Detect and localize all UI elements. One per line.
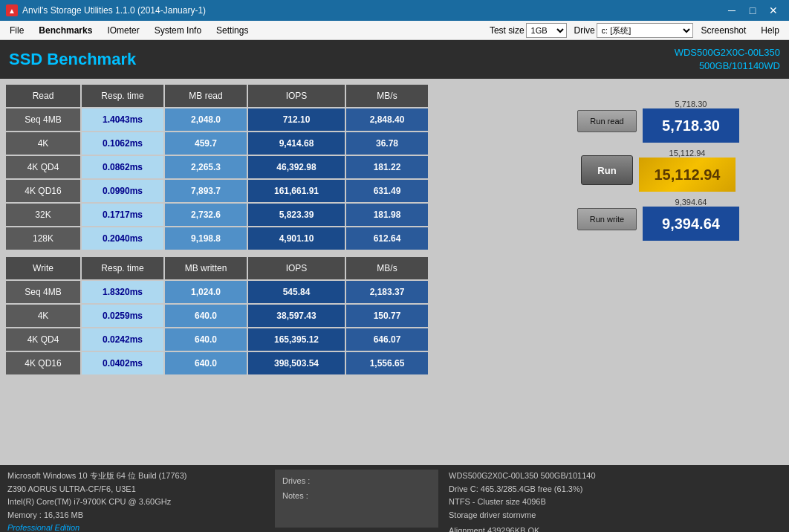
status-bar: Microsoft Windows 10 专业版 64 位 Build (177… xyxy=(0,465,789,532)
read-row-2-mb: 2,265.3 xyxy=(165,156,247,178)
sys-info-2: Intel(R) Core(TM) i7-9700K CPU @ 3.60GHz xyxy=(7,496,267,509)
write-row-3-iops: 398,503.54 xyxy=(248,352,345,374)
menu-benchmarks[interactable]: Benchmarks xyxy=(32,23,99,38)
app-benchmark-title: SSD Benchmark xyxy=(9,50,136,69)
testsize-select[interactable]: 1GB 512MB 100MB xyxy=(526,23,567,38)
write-row-0-iops: 545.84 xyxy=(248,281,345,303)
status-mid: Drives : Notes : xyxy=(275,470,438,528)
drive-info-3: Storage driver stornvme xyxy=(449,509,782,522)
read-section: Read Resp. time MB read IOPS MB/s Seq 4M… xyxy=(6,85,526,250)
write-row-0-mb: 1,024.0 xyxy=(165,281,247,303)
write-mb-header: MB written xyxy=(165,257,247,279)
menu-file[interactable]: File xyxy=(3,23,30,38)
read-row-1-mbs: 36.78 xyxy=(346,132,428,155)
write-resp-header: Resp. time xyxy=(82,257,163,279)
read-row-0-mb: 2,048.0 xyxy=(165,108,247,131)
write-row-3-label: 4K QD16 xyxy=(6,352,80,374)
testsize-label: Test size xyxy=(490,25,525,36)
drive-info-1: Drive C: 465.3/285.4GB free (61.3%) xyxy=(449,483,782,496)
drive-capacity: 500GB/101140WD xyxy=(675,59,780,73)
read-iops-header: IOPS xyxy=(248,85,345,107)
maximize-button[interactable]: □ xyxy=(743,4,762,17)
read-row-0-resp: 1.4043ms xyxy=(82,108,163,131)
write-score-value: 9,394.64 xyxy=(643,207,739,241)
benchmark-table: Read Resp. time MB read IOPS MB/s Seq 4M… xyxy=(6,85,526,459)
right-panel: Run read 5,718.30 5,718.30 Run 15,112.94… xyxy=(533,85,783,459)
total-score-row: Run 15,112.94 15,112.94 xyxy=(581,149,736,192)
write-row-3-mb: 640.0 xyxy=(165,352,247,374)
minimize-button[interactable]: ─ xyxy=(722,4,741,17)
menu-help[interactable]: Help xyxy=(754,23,786,38)
menu-bar: File Benchmarks IOmeter System Info Sett… xyxy=(0,21,789,40)
drives-label: Drives : xyxy=(282,474,431,489)
drive-info-0: WDS500G2X0C-00L350 500GB/101140 xyxy=(449,470,782,483)
menu-iometer[interactable]: IOmeter xyxy=(100,23,146,38)
write-row-2-iops: 165,395.12 xyxy=(248,328,345,351)
close-button[interactable]: ✕ xyxy=(764,4,783,17)
read-row-3-iops: 161,661.91 xyxy=(248,180,345,202)
read-row-2-resp: 0.0862ms xyxy=(82,156,163,178)
read-row-4-iops: 5,823.39 xyxy=(248,204,345,226)
read-row-1-label: 4K xyxy=(6,132,80,155)
write-row-1-mbs: 150.77 xyxy=(346,305,428,327)
read-row-5-iops: 4,901.10 xyxy=(248,227,345,250)
app-title: Anvil's Storage Utilities 1.1.0 (2014-Ja… xyxy=(22,5,206,16)
read-row-5-mbs: 612.64 xyxy=(346,227,428,250)
read-row-2-iops: 46,392.98 xyxy=(248,156,345,178)
read-header: Read xyxy=(6,85,80,107)
read-score-block: 5,718.30 5,718.30 xyxy=(643,100,739,143)
sys-info-0: Microsoft Windows 10 专业版 64 位 Build (177… xyxy=(7,470,267,483)
notes-label: Notes : xyxy=(282,489,431,504)
read-row-1-iops: 9,414.68 xyxy=(248,132,345,155)
write-row-0-mbs: 2,183.37 xyxy=(346,281,428,303)
read-row-3-mb: 7,893.7 xyxy=(165,180,247,202)
read-row-3-resp: 0.0990ms xyxy=(82,180,163,202)
read-row-4-mb: 2,732.6 xyxy=(165,204,247,226)
status-right: WDS500G2X0C-00L350 500GB/101140 Drive C:… xyxy=(446,470,782,528)
run-button[interactable]: Run xyxy=(581,155,633,185)
read-row-5-mb: 9,198.8 xyxy=(165,227,247,250)
write-row-2-resp: 0.0242ms xyxy=(82,328,163,351)
drive-info: WDS500G2X0C-00L350 500GB/101140WD xyxy=(675,46,780,73)
menu-screenshot[interactable]: Screenshot xyxy=(695,23,753,38)
read-row-0-mbs: 2,848.40 xyxy=(346,108,428,131)
read-row-4-mbs: 181.98 xyxy=(346,204,428,226)
write-row-0-label: Seq 4MB xyxy=(6,281,80,303)
write-row-1-mb: 640.0 xyxy=(165,305,247,327)
write-row-1-resp: 0.0259ms xyxy=(82,305,163,327)
read-row-0-iops: 712.10 xyxy=(248,108,345,131)
drive-select[interactable]: c: [系统] xyxy=(597,23,693,38)
run-write-button[interactable]: Run write xyxy=(577,208,637,230)
write-row-2-label: 4K QD4 xyxy=(6,328,80,351)
read-score-value: 5,718.30 xyxy=(643,108,739,143)
menu-settings[interactable]: Settings xyxy=(210,23,255,38)
sys-info-3: Memory : 16,316 MB xyxy=(7,509,267,522)
total-score-small: 15,112.94 xyxy=(639,149,736,158)
sys-info-1: Z390 AORUS ULTRA-CF/F6, U3E1 xyxy=(7,483,267,496)
menu-sysinfo[interactable]: System Info xyxy=(148,23,208,38)
write-score-small: 9,394.64 xyxy=(643,198,739,207)
drive-model: WDS500G2X0C-00L350 xyxy=(675,46,780,59)
total-score-value: 15,112.94 xyxy=(639,158,736,192)
drive-info-2: NTFS - Cluster size 4096B xyxy=(449,496,782,509)
drive-info-5: Alignment 439296KB OK xyxy=(449,525,782,532)
write-row-3-resp: 0.0402ms xyxy=(82,352,163,374)
read-row-4-resp: 0.1717ms xyxy=(82,204,163,226)
read-score-row: Run read 5,718.30 5,718.30 xyxy=(577,100,739,143)
title-bar-controls[interactable]: ─ □ ✕ xyxy=(722,4,783,17)
read-row-2-label: 4K QD4 xyxy=(6,156,80,178)
write-header: Write xyxy=(6,257,80,279)
write-row-0-resp: 1.8320ms xyxy=(82,281,163,303)
read-score-small: 5,718.30 xyxy=(643,100,739,108)
write-score-row: Run write 9,394.64 9,394.64 xyxy=(577,198,739,241)
app-header: SSD Benchmark WDS500G2X0C-00L350 500GB/1… xyxy=(0,40,789,79)
status-left: Microsoft Windows 10 专业版 64 位 Build (177… xyxy=(7,470,267,528)
write-row-2-mb: 640.0 xyxy=(165,328,247,351)
read-row-5-resp: 0.2040ms xyxy=(82,227,163,250)
main-content: Read Resp. time MB read IOPS MB/s Seq 4M… xyxy=(0,79,789,465)
write-row-2-mbs: 646.07 xyxy=(346,328,428,351)
read-mbs-header: MB/s xyxy=(346,85,428,107)
title-bar-left: ▲ Anvil's Storage Utilities 1.1.0 (2014-… xyxy=(6,4,206,16)
write-section: Write Resp. time MB written IOPS MB/s Se… xyxy=(6,257,526,374)
run-read-button[interactable]: Run read xyxy=(577,110,637,132)
